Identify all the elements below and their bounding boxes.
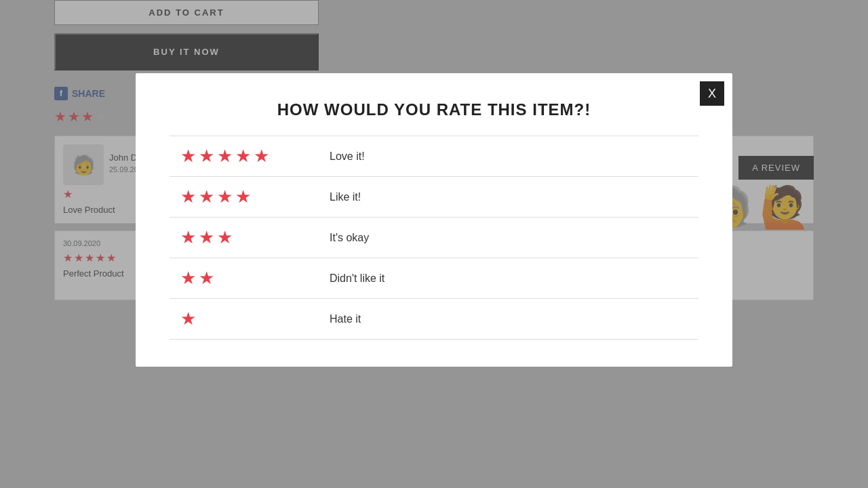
modal-title: HOW WOULD YOU RATE THIS ITEM?! bbox=[170, 100, 698, 119]
rating-options-container: ★ ★ ★ ★ ★ Love it! ★ ★ ★ ★ Like it! bbox=[170, 136, 698, 340]
modal-close-button[interactable]: X bbox=[700, 81, 724, 106]
rating-option-3stars[interactable]: ★ ★ ★ It's okay bbox=[170, 218, 698, 258]
two-stars: ★ ★ bbox=[180, 268, 316, 289]
rating-modal: X HOW WOULD YOU RATE THIS ITEM?! ★ ★ ★ ★… bbox=[136, 73, 732, 367]
four-stars: ★ ★ ★ ★ bbox=[180, 186, 316, 207]
rating-option-1star[interactable]: ★ Hate it bbox=[170, 299, 698, 340]
rating-label-4: Like it! bbox=[330, 191, 361, 203]
rating-option-5stars[interactable]: ★ ★ ★ ★ ★ Love it! bbox=[170, 136, 698, 177]
rating-label-1: Hate it bbox=[330, 313, 361, 325]
rating-label-3: It's okay bbox=[330, 232, 369, 244]
one-star: ★ bbox=[180, 308, 316, 329]
rating-option-2stars[interactable]: ★ ★ Didn't like it bbox=[170, 258, 698, 299]
modal-overlay: X HOW WOULD YOU RATE THIS ITEM?! ★ ★ ★ ★… bbox=[0, 0, 868, 488]
rating-option-4stars[interactable]: ★ ★ ★ ★ Like it! bbox=[170, 177, 698, 218]
rating-label-2: Didn't like it bbox=[330, 272, 384, 285]
five-stars: ★ ★ ★ ★ ★ bbox=[180, 146, 316, 167]
rating-label-5: Love it! bbox=[330, 150, 365, 163]
three-stars: ★ ★ ★ bbox=[180, 227, 316, 248]
